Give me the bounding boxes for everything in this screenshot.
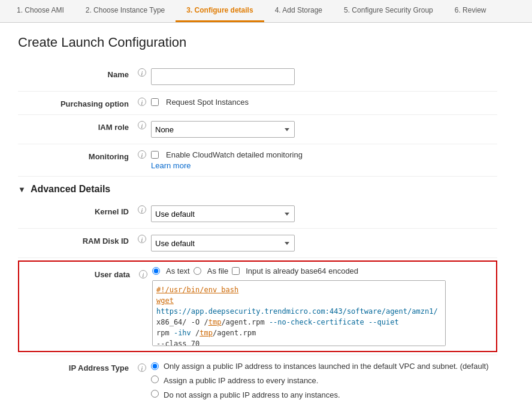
spot-instances-checkbox[interactable] [151,98,159,106]
base64-label: Input is already base64 encoded [246,266,358,275]
purchasing-option-control: Request Spot Instances [151,98,497,107]
monitoring-info-icon[interactable]: i [138,150,146,159]
ip-option2-row: Assign a public IP address to every inst… [151,375,497,386]
tab-choose-instance-type[interactable]: 2. Choose Instance Type [75,0,176,22]
kernel-id-row: Kernel ID i Use default [18,199,497,229]
ram-disk-id-select[interactable]: Use default [151,235,295,252]
monitoring-row: Monitoring i Enable CloudWatch detailed … [18,144,497,177]
tab-choose-ami[interactable]: 1. Choose AMI [6,0,75,22]
advanced-details-header[interactable]: ▼ Advanced Details [18,177,497,199]
user-data-control: As text As file Input is already base64 … [152,266,496,346]
page-content: Create Launch Configuration Name i Purch… [0,23,515,403]
kernel-id-select[interactable]: Use default [151,205,295,222]
name-input[interactable] [151,68,295,85]
ram-disk-id-control: Use default [151,235,497,252]
user-data-radios: As text As file Input is already base64 … [152,266,496,275]
user-data-info-icon[interactable]: i [139,270,147,278]
learn-more-link[interactable]: Learn more [151,161,497,170]
ip-option2-radio[interactable] [151,375,159,383]
ram-disk-id-info-icon[interactable]: i [138,235,146,243]
tab-configure-details[interactable]: 3. Configure details [176,0,264,22]
kernel-id-control: Use default [151,205,497,222]
as-text-label: As text [166,266,190,275]
tab-review[interactable]: 6. Review [444,0,497,22]
ip-address-info-icon[interactable]: i [138,363,146,372]
kernel-id-info-icon[interactable]: i [138,205,146,214]
name-label: Name [18,68,138,79]
advanced-details-section: Kernel ID i Use default RAM Disk ID i Us… [18,199,497,403]
ip-option1-radio[interactable] [151,362,159,370]
ip-address-radio-group: Only assign a public IP address to insta… [151,361,497,403]
name-control-area [151,68,497,85]
ram-disk-id-label: RAM Disk ID [18,235,138,246]
user-data-code-block[interactable]: #!/usr/bin/env bash wget https://app.dee… [152,280,446,346]
as-file-radio[interactable] [194,267,201,275]
monitoring-label: Monitoring [18,150,138,161]
ip-address-type-label: IP Address Type [18,361,138,372]
tab-bar: 1. Choose AMI2. Choose Instance Type3. C… [0,0,532,23]
ip-address-control: Only assign a public IP address to insta… [151,361,497,403]
ip-option3-text: Do not assign a public IP address to any… [164,390,340,401]
advanced-details-title: Advanced Details [31,184,110,195]
purchasing-option-info-icon[interactable]: i [138,98,146,106]
ram-disk-id-row: RAM Disk ID i Use default [18,229,497,258]
iam-role-info-icon[interactable]: i [138,121,146,129]
as-file-label: As file [207,266,228,275]
base64-checkbox[interactable] [232,267,240,275]
monitoring-row-inner: Enable CloudWatch detailed monitoring [151,150,497,159]
user-data-label: User data [19,266,139,346]
tab-add-storage[interactable]: 4. Add Storage [264,0,333,22]
ip-option3-radio[interactable] [151,390,159,398]
ip-option2-text: Assign a public IP address to every inst… [164,375,318,386]
user-data-outer-row: User data i As text As file Input is alr… [18,258,497,355]
form-section: Name i Purchasing option i Request Spot … [18,62,497,177]
purchasing-option-row: Purchasing option i Request Spot Instanc… [18,92,497,115]
spot-instances-label: Request Spot Instances [166,98,249,107]
iam-role-label: IAM role [18,121,138,132]
ip-address-type-row: IP Address Type i Only assign a public I… [18,355,497,403]
cloudwatch-label: Enable CloudWatch detailed monitoring [166,150,303,159]
iam-role-control: None [151,121,497,138]
ip-option1-row: Only assign a public IP address to insta… [151,361,497,372]
name-info-icon[interactable]: i [138,68,146,77]
purchasing-option-row-inner: Request Spot Instances [151,98,497,107]
monitoring-control: Enable CloudWatch detailed monitoring Le… [151,150,497,170]
as-text-radio[interactable] [152,267,160,275]
advanced-details-arrow: ▼ [18,185,26,194]
iam-role-row: IAM role i None [18,115,497,144]
purchasing-option-label: Purchasing option [18,98,138,108]
ip-option1-text: Only assign a public IP address to insta… [164,361,488,372]
kernel-id-label: Kernel ID [18,205,138,216]
tab-configure-security-group[interactable]: 5. Configure Security Group [333,0,444,22]
page-title: Create Launch Configuration [18,35,497,50]
ip-option3-row: Do not assign a public IP address to any… [151,390,497,401]
name-row: Name i [18,62,497,92]
iam-role-select[interactable]: None [151,121,295,138]
cloudwatch-checkbox[interactable] [151,151,159,159]
